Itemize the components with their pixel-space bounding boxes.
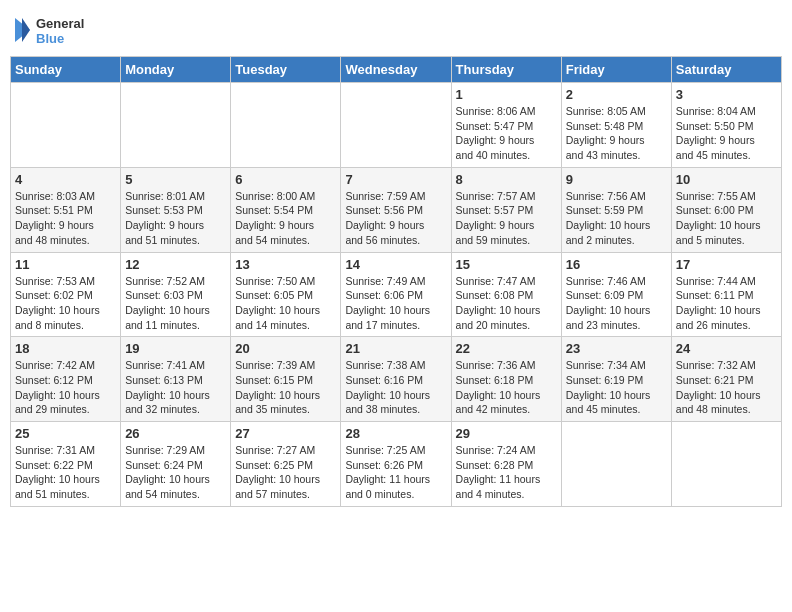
svg-text:General: General xyxy=(36,16,84,31)
day-info: Sunrise: 8:03 AMSunset: 5:51 PMDaylight:… xyxy=(15,189,116,248)
calendar-cell: 25Sunrise: 7:31 AMSunset: 6:22 PMDayligh… xyxy=(11,422,121,507)
header-monday: Monday xyxy=(121,57,231,83)
header-sunday: Sunday xyxy=(11,57,121,83)
day-info: Sunrise: 7:29 AMSunset: 6:24 PMDaylight:… xyxy=(125,443,226,502)
day-number: 19 xyxy=(125,341,226,356)
calendar-week-2: 4Sunrise: 8:03 AMSunset: 5:51 PMDaylight… xyxy=(11,167,782,252)
calendar-cell: 12Sunrise: 7:52 AMSunset: 6:03 PMDayligh… xyxy=(121,252,231,337)
calendar-cell: 13Sunrise: 7:50 AMSunset: 6:05 PMDayligh… xyxy=(231,252,341,337)
day-number: 26 xyxy=(125,426,226,441)
calendar-cell: 2Sunrise: 8:05 AMSunset: 5:48 PMDaylight… xyxy=(561,83,671,168)
day-number: 16 xyxy=(566,257,667,272)
calendar-cell: 20Sunrise: 7:39 AMSunset: 6:15 PMDayligh… xyxy=(231,337,341,422)
day-info: Sunrise: 7:41 AMSunset: 6:13 PMDaylight:… xyxy=(125,358,226,417)
day-info: Sunrise: 7:24 AMSunset: 6:28 PMDaylight:… xyxy=(456,443,557,502)
calendar-cell: 1Sunrise: 8:06 AMSunset: 5:47 PMDaylight… xyxy=(451,83,561,168)
day-number: 29 xyxy=(456,426,557,441)
calendar-cell: 29Sunrise: 7:24 AMSunset: 6:28 PMDayligh… xyxy=(451,422,561,507)
day-info: Sunrise: 8:00 AMSunset: 5:54 PMDaylight:… xyxy=(235,189,336,248)
day-info: Sunrise: 7:34 AMSunset: 6:19 PMDaylight:… xyxy=(566,358,667,417)
day-info: Sunrise: 7:39 AMSunset: 6:15 PMDaylight:… xyxy=(235,358,336,417)
day-info: Sunrise: 7:25 AMSunset: 6:26 PMDaylight:… xyxy=(345,443,446,502)
day-info: Sunrise: 7:56 AMSunset: 5:59 PMDaylight:… xyxy=(566,189,667,248)
day-info: Sunrise: 7:55 AMSunset: 6:00 PMDaylight:… xyxy=(676,189,777,248)
day-info: Sunrise: 8:06 AMSunset: 5:47 PMDaylight:… xyxy=(456,104,557,163)
calendar-week-5: 25Sunrise: 7:31 AMSunset: 6:22 PMDayligh… xyxy=(11,422,782,507)
header-saturday: Saturday xyxy=(671,57,781,83)
day-number: 22 xyxy=(456,341,557,356)
calendar-cell xyxy=(341,83,451,168)
day-info: Sunrise: 7:44 AMSunset: 6:11 PMDaylight:… xyxy=(676,274,777,333)
calendar-cell: 15Sunrise: 7:47 AMSunset: 6:08 PMDayligh… xyxy=(451,252,561,337)
day-info: Sunrise: 8:05 AMSunset: 5:48 PMDaylight:… xyxy=(566,104,667,163)
day-info: Sunrise: 7:32 AMSunset: 6:21 PMDaylight:… xyxy=(676,358,777,417)
day-info: Sunrise: 7:38 AMSunset: 6:16 PMDaylight:… xyxy=(345,358,446,417)
day-number: 7 xyxy=(345,172,446,187)
calendar-cell: 5Sunrise: 8:01 AMSunset: 5:53 PMDaylight… xyxy=(121,167,231,252)
day-info: Sunrise: 7:59 AMSunset: 5:56 PMDaylight:… xyxy=(345,189,446,248)
day-number: 8 xyxy=(456,172,557,187)
svg-text:Blue: Blue xyxy=(36,31,64,46)
day-info: Sunrise: 7:27 AMSunset: 6:25 PMDaylight:… xyxy=(235,443,336,502)
calendar-cell: 14Sunrise: 7:49 AMSunset: 6:06 PMDayligh… xyxy=(341,252,451,337)
calendar-week-4: 18Sunrise: 7:42 AMSunset: 6:12 PMDayligh… xyxy=(11,337,782,422)
calendar-cell xyxy=(671,422,781,507)
calendar-cell: 9Sunrise: 7:56 AMSunset: 5:59 PMDaylight… xyxy=(561,167,671,252)
header-friday: Friday xyxy=(561,57,671,83)
calendar-cell: 19Sunrise: 7:41 AMSunset: 6:13 PMDayligh… xyxy=(121,337,231,422)
calendar-cell: 26Sunrise: 7:29 AMSunset: 6:24 PMDayligh… xyxy=(121,422,231,507)
calendar-cell: 22Sunrise: 7:36 AMSunset: 6:18 PMDayligh… xyxy=(451,337,561,422)
calendar-cell: 16Sunrise: 7:46 AMSunset: 6:09 PMDayligh… xyxy=(561,252,671,337)
header-tuesday: Tuesday xyxy=(231,57,341,83)
day-info: Sunrise: 8:04 AMSunset: 5:50 PMDaylight:… xyxy=(676,104,777,163)
calendar-cell xyxy=(231,83,341,168)
day-number: 14 xyxy=(345,257,446,272)
day-number: 23 xyxy=(566,341,667,356)
header-thursday: Thursday xyxy=(451,57,561,83)
calendar-cell: 28Sunrise: 7:25 AMSunset: 6:26 PMDayligh… xyxy=(341,422,451,507)
day-number: 27 xyxy=(235,426,336,441)
calendar-table: SundayMondayTuesdayWednesdayThursdayFrid… xyxy=(10,56,782,507)
day-number: 13 xyxy=(235,257,336,272)
page-header: General Blue xyxy=(10,10,782,50)
calendar-cell: 3Sunrise: 8:04 AMSunset: 5:50 PMDaylight… xyxy=(671,83,781,168)
logo-svg: General Blue xyxy=(10,10,100,50)
day-number: 4 xyxy=(15,172,116,187)
calendar-cell: 7Sunrise: 7:59 AMSunset: 5:56 PMDaylight… xyxy=(341,167,451,252)
calendar-cell xyxy=(121,83,231,168)
calendar-header-row: SundayMondayTuesdayWednesdayThursdayFrid… xyxy=(11,57,782,83)
header-wednesday: Wednesday xyxy=(341,57,451,83)
day-number: 9 xyxy=(566,172,667,187)
calendar-cell: 23Sunrise: 7:34 AMSunset: 6:19 PMDayligh… xyxy=(561,337,671,422)
calendar-cell: 11Sunrise: 7:53 AMSunset: 6:02 PMDayligh… xyxy=(11,252,121,337)
svg-marker-3 xyxy=(22,18,30,42)
day-number: 20 xyxy=(235,341,336,356)
calendar-cell: 27Sunrise: 7:27 AMSunset: 6:25 PMDayligh… xyxy=(231,422,341,507)
day-info: Sunrise: 7:53 AMSunset: 6:02 PMDaylight:… xyxy=(15,274,116,333)
day-number: 1 xyxy=(456,87,557,102)
day-info: Sunrise: 7:36 AMSunset: 6:18 PMDaylight:… xyxy=(456,358,557,417)
calendar-cell: 24Sunrise: 7:32 AMSunset: 6:21 PMDayligh… xyxy=(671,337,781,422)
day-number: 2 xyxy=(566,87,667,102)
calendar-cell: 17Sunrise: 7:44 AMSunset: 6:11 PMDayligh… xyxy=(671,252,781,337)
day-number: 28 xyxy=(345,426,446,441)
day-number: 24 xyxy=(676,341,777,356)
day-number: 6 xyxy=(235,172,336,187)
day-info: Sunrise: 7:50 AMSunset: 6:05 PMDaylight:… xyxy=(235,274,336,333)
day-info: Sunrise: 7:46 AMSunset: 6:09 PMDaylight:… xyxy=(566,274,667,333)
calendar-cell: 18Sunrise: 7:42 AMSunset: 6:12 PMDayligh… xyxy=(11,337,121,422)
day-number: 12 xyxy=(125,257,226,272)
day-info: Sunrise: 7:52 AMSunset: 6:03 PMDaylight:… xyxy=(125,274,226,333)
calendar-week-3: 11Sunrise: 7:53 AMSunset: 6:02 PMDayligh… xyxy=(11,252,782,337)
day-number: 25 xyxy=(15,426,116,441)
day-info: Sunrise: 7:31 AMSunset: 6:22 PMDaylight:… xyxy=(15,443,116,502)
day-info: Sunrise: 7:42 AMSunset: 6:12 PMDaylight:… xyxy=(15,358,116,417)
day-number: 17 xyxy=(676,257,777,272)
day-number: 3 xyxy=(676,87,777,102)
calendar-cell: 4Sunrise: 8:03 AMSunset: 5:51 PMDaylight… xyxy=(11,167,121,252)
day-number: 15 xyxy=(456,257,557,272)
calendar-cell: 8Sunrise: 7:57 AMSunset: 5:57 PMDaylight… xyxy=(451,167,561,252)
day-number: 18 xyxy=(15,341,116,356)
day-info: Sunrise: 7:47 AMSunset: 6:08 PMDaylight:… xyxy=(456,274,557,333)
day-number: 21 xyxy=(345,341,446,356)
